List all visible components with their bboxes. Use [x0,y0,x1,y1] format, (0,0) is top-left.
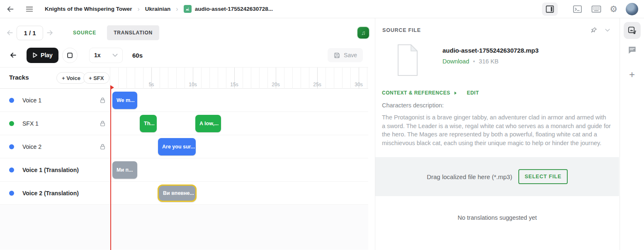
ruler-tick-label: 5s [149,82,154,87]
ruler-tick [251,68,251,89]
asset-thumbnail-icon [184,5,192,13]
collapse-chevron-icon[interactable] [605,29,610,32]
lock-icon[interactable] [100,97,106,104]
tracks-area: Tracks + Voice + SFX 5s10s15s20s25s30s V… [0,68,374,250]
panel-layout-toggle-button[interactable] [542,2,558,16]
play-button[interactable]: Play [27,48,58,63]
track-color-dot [9,167,14,172]
playback-speed-select[interactable]: 1x [89,48,123,63]
download-link[interactable]: Download [442,58,469,65]
source-file-row: audio-asset-1755242630728.mp3 Download •… [375,34,619,76]
ruler-tick [143,68,143,89]
meta-separator: • [473,58,475,65]
breadcrumb-language[interactable]: Ukrainian [145,6,171,12]
app-window: Knights of the Whispering Tower › Ukrain… [0,0,644,250]
stop-icon [67,53,73,58]
user-avatar[interactable] [626,3,638,15]
timeline-empty-area [0,205,368,250]
track-color-dot [9,191,14,196]
edit-button[interactable]: EDIT [467,90,479,96]
context-references-header[interactable]: CONTEXT & REFERENCES [382,90,450,96]
editor-toolbar: 1 / 1 SOURCE TRANSLATION ♫ [0,18,374,43]
track-name: SFX 1 [22,120,39,127]
playhead[interactable] [110,85,111,250]
no-translations-message: No translations suggested yet [375,196,619,221]
audio-app-icon[interactable]: ♫ [357,27,369,39]
add-sfx-button[interactable]: + SFX [83,72,109,84]
context-section: CONTEXT & REFERENCES EDIT Characters des… [375,76,619,147]
audio-clip[interactable]: Th... [140,115,157,132]
ruler-tick [243,68,243,89]
ruler-tick [267,68,268,89]
timeline-ruler[interactable]: 5s10s15s20s25s30s [110,68,368,89]
stop-button[interactable] [62,48,78,63]
ruler-tick [135,68,135,89]
total-duration: 60s [132,52,143,59]
select-file-button[interactable]: SELECT FILE [518,169,568,184]
description-label: Characters description: [382,102,611,109]
add-panel-button[interactable]: + [624,66,641,83]
player-controls: Play 1x 60s Save [0,43,368,68]
prev-page-arrow-icon[interactable] [6,29,14,37]
breadcrumb-asset[interactable]: audio-asset-1755242630728... [195,6,273,12]
lock-icon[interactable] [100,143,106,150]
chevron-down-icon [112,53,118,57]
track-color-dot [9,98,14,103]
ruler-tick [209,68,210,89]
player-back-arrow-icon[interactable] [9,51,17,59]
audio-clip[interactable]: Are you sur... [158,138,196,155]
audio-clip[interactable]: Ми п... [112,161,137,179]
panel-title: SOURCE FILE [382,27,421,33]
add-voice-button[interactable]: + Voice [56,72,86,84]
ruler-tick [126,68,127,89]
ruler-tick [284,68,284,89]
characters-description: The Protagonist is a brave ginger tabby,… [382,113,611,147]
file-size: 316 KB [479,58,499,65]
ruler-tick-label: 20s [272,82,279,87]
page-indicator[interactable]: 1 / 1 [17,26,43,40]
ruler-tick [118,68,119,89]
ruler-tick [334,68,334,89]
source-file-panel: SOURCE FILE audio-asset-1755242630728.mp… [375,18,619,250]
ruler-tick [367,68,367,89]
play-label: Play [41,52,53,58]
track-color-dot [9,121,14,126]
ruler-tick [292,68,293,89]
track-color-dot [9,144,14,149]
dropzone-hint: Drag localized file here (*.mp3) [427,173,512,180]
audio-clip-selected[interactable]: Ви впевне... [158,184,197,202]
ruler-tick [326,68,326,89]
lock-icon[interactable] [100,120,106,127]
audio-editor: 1 / 1 SOURCE TRANSLATION ♫ Play 1x 60s [0,18,374,250]
pin-icon[interactable] [591,27,598,34]
tracks-title: Tracks [9,74,29,81]
save-label: Save [344,52,357,58]
track-name: Voice 1 (Translation) [22,167,79,173]
keyboard-icon[interactable] [591,5,601,13]
localized-file-dropzone[interactable]: Drag localized file here (*.mp3) SELECT … [375,157,619,196]
chevron-right-icon [454,91,457,95]
ruler-tick-label: 25s [313,82,321,87]
ruler-tick [342,68,343,89]
ruler-tick [309,68,309,89]
ruler-tick [218,68,218,89]
save-button[interactable]: Save [328,48,363,62]
tab-translation[interactable]: TRANSLATION [107,25,159,40]
tab-source[interactable]: SOURCE [66,25,103,40]
back-arrow-icon[interactable] [6,5,15,14]
ruler-tick [176,68,177,89]
settings-gear-icon[interactable]: ⚙ [610,5,617,13]
chevron-right-icon: › [176,5,178,13]
menu-icon[interactable] [25,5,34,14]
terminal-icon[interactable] [573,5,582,13]
speed-value: 1x [94,52,101,58]
next-page-arrow-icon[interactable] [46,29,54,37]
ruler-tick [226,68,226,89]
ruler-tick [185,68,185,89]
tracks-header: Tracks + Voice + SFX 5s10s15s20s25s30s [0,68,368,89]
media-audio-panel-button[interactable] [624,22,641,39]
audio-clip[interactable]: We m... [112,92,137,109]
breadcrumb-project[interactable]: Knights of the Whispering Tower [45,6,132,12]
audio-clip[interactable]: A low,... [195,115,221,132]
comments-panel-button[interactable] [624,41,641,58]
